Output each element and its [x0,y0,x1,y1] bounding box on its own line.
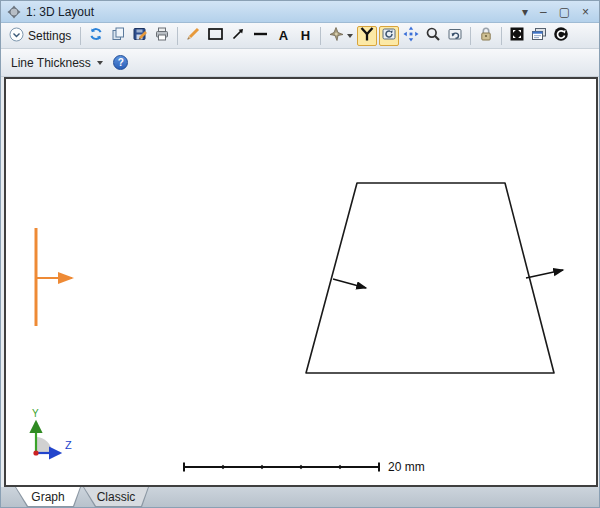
fit-window-button[interactable] [507,26,527,46]
surface-normal-arrow [333,279,366,288]
rectangle-icon [207,26,224,45]
spin-button[interactable] [379,26,399,46]
update-button[interactable] [551,26,571,46]
lock-button[interactable] [476,26,496,46]
help-icon: ? [113,55,128,70]
rotate-3d-icon [359,26,375,45]
magnifier-icon [425,26,441,45]
pencil-icon [185,26,201,45]
print-icon [154,26,170,45]
origin-dot [33,450,38,455]
spin-rotate-icon [381,26,397,45]
settings-button[interactable]: Settings [5,25,75,47]
window-3d-icon [7,5,21,19]
arrow-tool-button[interactable] [228,26,248,46]
refresh-icon [88,26,104,45]
y-axis-label: Y [32,408,39,419]
window-menu-button[interactable]: ▾ [522,6,528,18]
separator [320,27,321,45]
update-icon [553,26,569,45]
help-button[interactable]: ? [111,53,131,73]
rectangle-tool-button[interactable] [205,26,226,46]
dimension-tool-icon: H [301,28,310,43]
save-icon [132,26,148,45]
3d-layout-window: 1: 3D Layout ▾ – ▢ × Settings [0,0,600,508]
aircraft-orientation-icon [328,26,345,45]
dimension-tool-button[interactable]: H [295,26,315,46]
surface-normal-arrow [526,270,563,278]
layout-canvas[interactable]: 20 mmYZ [4,77,598,487]
scale-bar-tick [221,465,225,469]
scale-label: 20 mm [388,460,425,474]
triad-arc [36,437,52,453]
tab-graph[interactable]: Graph [15,487,81,507]
prism-outline [306,183,554,373]
zoom-button[interactable] [423,26,443,46]
pan-button[interactable] [401,26,421,46]
orientation-button[interactable] [326,26,355,46]
separator [501,27,502,45]
line-thickness-caret [97,61,103,65]
main-toolbar: Settings [1,23,599,49]
line-tool-button[interactable] [250,26,271,46]
secondary-toolbar: Line Thickness ? [1,49,599,77]
tab-classic[interactable]: Classic [83,487,149,507]
padlock-icon [478,26,494,45]
scale-bar-tick [338,465,342,469]
save-button[interactable] [130,26,150,46]
settings-chevron-icon [9,27,24,45]
window-settings-icon [531,26,547,45]
settings-label: Settings [28,29,71,43]
line-thickness-dropdown[interactable]: Line Thickness [5,53,109,73]
title-bar: 1: 3D Layout ▾ – ▢ × [1,1,599,23]
minimize-button[interactable]: – [540,6,547,18]
reset-view-button[interactable] [445,26,465,46]
separator [177,27,178,45]
text-tool-button[interactable]: A [273,26,293,46]
scale-bar-tick [260,465,264,469]
orientation-dropdown-caret [347,34,353,38]
close-button[interactable]: × [582,6,589,18]
separator [470,27,471,45]
scale-bar-tick [299,465,303,469]
reset-view-icon [447,26,463,45]
layout-drawing: 20 mmYZ [6,79,596,485]
arrow-icon [230,26,246,45]
z-axis-label: Z [65,439,72,451]
copy-button[interactable] [108,26,128,46]
maximize-button[interactable]: ▢ [559,6,570,18]
print-button[interactable] [152,26,172,46]
pencil-tool-button[interactable] [183,26,203,46]
refresh-button[interactable] [86,26,106,46]
fit-window-icon [509,26,525,45]
window-title: 1: 3D Layout [26,5,517,19]
line-icon [252,26,269,45]
text-tool-icon: A [279,28,288,43]
rotate-3d-button[interactable] [357,26,377,46]
line-thickness-label: Line Thickness [11,56,91,70]
separator [80,27,81,45]
window-settings-button[interactable] [529,26,549,46]
view-tab-bar: Graph Classic [1,487,599,508]
copy-icon [110,26,126,45]
pan-icon [403,26,419,45]
